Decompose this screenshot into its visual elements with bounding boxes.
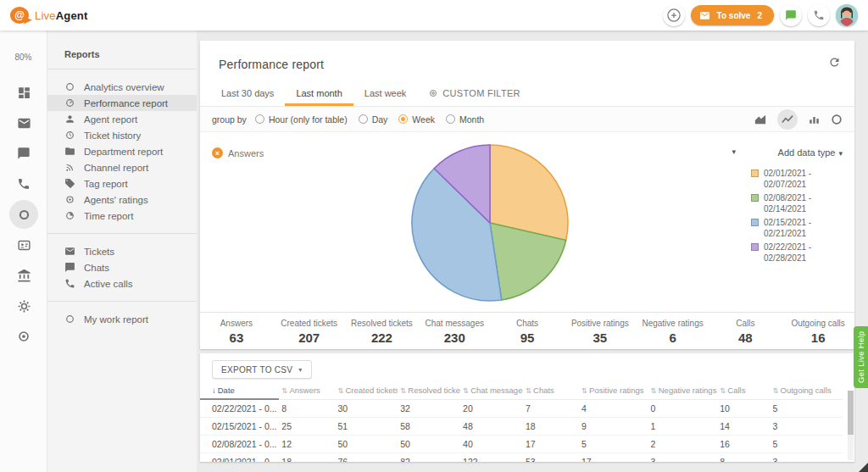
sidebar-item-chats[interactable]: Chats	[47, 259, 197, 275]
radio-month[interactable]: Month	[446, 114, 484, 125]
remove-series-icon[interactable]: ×	[212, 147, 223, 158]
column-header-created-tickets[interactable]: ⇅Created tickets	[335, 383, 398, 399]
pie-chart-button[interactable]	[831, 114, 843, 125]
rail-companies-button[interactable]	[0, 260, 47, 291]
area-chart-icon	[754, 114, 766, 125]
rail-calls-button[interactable]	[0, 169, 47, 199]
legend-swatch	[751, 243, 759, 251]
to-solve-button[interactable]: To solve 2	[691, 5, 774, 25]
top-bar: @ LiveAgent To solve 2	[0, 0, 868, 31]
sidebar-item-ticket-history[interactable]: Ticket history	[47, 127, 197, 143]
group-by-label: group by	[212, 114, 247, 125]
chats-quick-button[interactable]	[780, 4, 802, 26]
tab-last-30-days[interactable]: Last 30 days	[210, 88, 285, 106]
sidebar-item-department-report[interactable]: Department report	[47, 143, 197, 159]
rail-settings-button[interactable]	[0, 291, 47, 321]
scrollbar-thumb[interactable]	[848, 391, 854, 435]
liveagent-logo[interactable]: @ LiveAgent	[10, 7, 88, 24]
column-header-answers[interactable]: ⇅Answers	[279, 383, 335, 399]
legend-item: 02/01/2021 - 02/07/2021	[751, 168, 844, 190]
sidebar-item-agents-ratings[interactable]: Agents' ratings	[47, 192, 197, 208]
column-header-positive-ratings[interactable]: ⇅Positive ratings	[579, 383, 648, 399]
chat-bubble-icon	[17, 147, 31, 160]
refresh-icon	[828, 56, 841, 69]
add-button[interactable]	[663, 4, 685, 26]
add-data-type-dropdown[interactable]: Add data type▾	[778, 147, 843, 158]
logo-bubble-icon: @	[10, 7, 29, 24]
stat-resolved-tickets: Resolved tickets222	[346, 313, 419, 349]
get-live-help-button[interactable]: Get Live Help	[854, 326, 868, 388]
sort-icon: ⇅	[772, 386, 778, 395]
rail-help-button[interactable]	[0, 321, 47, 352]
avatar-image	[836, 4, 858, 26]
radio-day[interactable]: Day	[359, 114, 388, 125]
bank-icon	[17, 269, 31, 283]
sidebar-item-performance-report[interactable]: Performance report	[47, 95, 197, 111]
tab-last-month[interactable]: Last month	[285, 88, 353, 106]
line-chart-button[interactable]	[777, 109, 798, 130]
tab-last-week[interactable]: Last week	[353, 88, 418, 106]
table-scrollbar[interactable]	[848, 391, 854, 460]
column-header-outgoing-calls[interactable]: ⇅Outgoing calls	[770, 383, 843, 399]
column-header-resolved-tickets[interactable]: ⇅Resolved tickets	[398, 383, 460, 399]
rail-dashboard-button[interactable]	[0, 77, 47, 108]
sidebar-item-channel-report[interactable]: Channel report	[47, 159, 197, 175]
person-icon	[64, 114, 75, 125]
radio-week[interactable]: Week	[398, 114, 435, 125]
usage-indicator: 80%	[0, 53, 47, 62]
rail-tickets-button[interactable]	[0, 108, 47, 138]
to-solve-label: To solve	[717, 11, 751, 20]
sidebar-item-tickets[interactable]: Tickets	[47, 243, 197, 259]
resize-handle[interactable]	[859, 463, 868, 472]
performance-report-card: Performance report Last 30 days Last mon…	[200, 41, 854, 349]
chart-section: × Answers ▾ Add data type▾ 02/01/2021 - …	[200, 132, 854, 312]
legend-swatch	[751, 219, 759, 226]
sidebar-item-active-calls[interactable]: Active calls	[47, 275, 197, 292]
rail-chats-button[interactable]	[0, 138, 47, 169]
radio-hour[interactable]: Hour (only for table)	[255, 114, 348, 125]
column-header-negative-ratings[interactable]: ⇅Negative ratings	[648, 383, 718, 399]
user-avatar[interactable]	[836, 4, 858, 26]
rail-active-indicator	[9, 200, 38, 229]
area-chart-button[interactable]	[754, 114, 766, 125]
rail-reports-button[interactable]	[0, 199, 47, 230]
pie-chart	[409, 142, 570, 303]
radio-circle	[255, 114, 264, 124]
legend-item: 02/22/2021 - 02/28/2021	[751, 242, 844, 264]
tag-icon	[64, 178, 75, 189]
dot-circle-icon	[17, 330, 31, 343]
tab-custom-filter[interactable]: CUSTOM FILTER	[417, 88, 531, 106]
phone-icon	[64, 278, 75, 289]
stat-negative-ratings: Negative ratings6	[637, 313, 709, 349]
column-header-chats[interactable]: ⇅Chats	[523, 383, 579, 399]
column-header-chat-messages[interactable]: ⇅Chat messages	[460, 383, 523, 399]
chart-legend: 02/01/2021 - 02/07/2021 02/08/2021 - 02/…	[751, 168, 844, 266]
sort-icon: ⇅	[651, 386, 657, 395]
nav-rail: 80%	[0, 31, 47, 472]
ring-icon	[64, 194, 75, 205]
table-row[interactable]: 02/22/2021 - 0...8303220740105	[200, 399, 843, 418]
gear-icon	[17, 299, 31, 314]
circle-icon	[64, 314, 75, 325]
sidebar-item-time-report[interactable]: Time report	[47, 208, 197, 224]
export-to-csv-button[interactable]: EXPORT TO CSV▾	[212, 360, 312, 379]
reports-sidebar: Reports Analytics overview Performance r…	[47, 31, 197, 472]
table-row[interactable]: 02/01/2021 - 0...1876821225317383	[200, 453, 843, 463]
sidebar-item-agent-report[interactable]: Agent report	[47, 111, 197, 127]
table-row[interactable]: 02/08/2021 - 0...125050401752165	[200, 436, 843, 453]
sidebar-item-my-work-report[interactable]: My work report	[47, 311, 197, 327]
bar-chart-button[interactable]	[809, 114, 820, 125]
table-row[interactable]: 02/15/2021 - 0...255158481891143	[200, 418, 843, 436]
rail-contacts-button[interactable]	[0, 230, 47, 260]
column-header-calls[interactable]: ⇅Calls	[717, 383, 770, 399]
phone-icon	[813, 9, 825, 21]
series-dropdown-caret[interactable]: ▾	[732, 147, 736, 156]
mail-icon	[17, 116, 31, 130]
calls-quick-button[interactable]	[808, 4, 830, 26]
series-chip-label: Answers	[228, 148, 264, 158]
column-header-date[interactable]: ↓Date	[200, 383, 279, 399]
refresh-button[interactable]	[828, 56, 841, 69]
filter-target-icon	[428, 88, 438, 98]
sidebar-item-tag-report[interactable]: Tag report	[47, 175, 197, 192]
sidebar-item-analytics-overview[interactable]: Analytics overview	[47, 79, 197, 95]
